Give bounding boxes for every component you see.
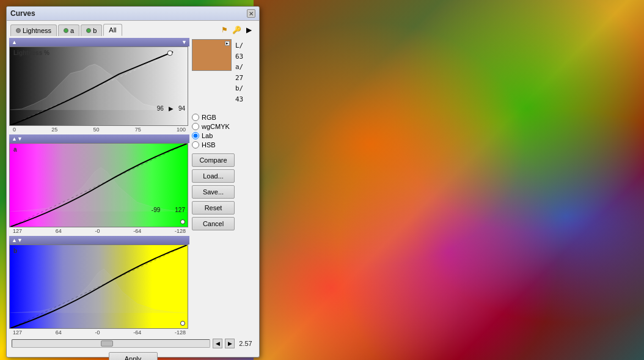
a-x4: -128 [175, 228, 186, 234]
svg-line-0 [10, 47, 186, 125]
scrollbar-area: ◀ ▶ 2.57 [9, 337, 257, 350]
color-preview-box: ▸ [192, 39, 232, 71]
a-curve-wrapper: ▲▼ a -99 [9, 134, 189, 235]
lightness-curve-wrapper: ▲ ▼ Lightness % [9, 38, 189, 133]
a-x1: 64 [56, 228, 62, 234]
dialog-body: ▲ ▼ Lightness % [7, 37, 259, 360]
l-value: 63 [235, 53, 243, 61]
b-x2: -0 [95, 329, 100, 336]
color-mode-radio-group: RGB wgCMYK Lab HSB [192, 111, 257, 151]
svg-line-3 [10, 245, 187, 328]
scroll-left-button[interactable]: ◀ [213, 339, 222, 348]
a-x3: -64 [133, 228, 141, 234]
bottom-buttons: Apply [9, 350, 257, 360]
lightness-header: ▲ ▼ [9, 38, 189, 46]
b-dot-icon [86, 28, 91, 33]
b-x4: -128 [175, 329, 186, 336]
curves-section: ▲ ▼ Lightness % [9, 38, 189, 337]
tab-all-label: All [109, 26, 116, 34]
toolbar: ⚑ 🔑 ▶ [218, 23, 255, 37]
main-row: ▲ ▼ Lightness % [9, 38, 257, 337]
tab-lightness[interactable]: Lightness [10, 24, 57, 36]
x25: 25 [51, 127, 57, 133]
x100: 100 [177, 127, 186, 133]
tab-lightness-label: Lightness [23, 27, 51, 34]
wgcmyk-radio-item[interactable]: wgCMYK [192, 123, 257, 130]
lightness-dot-icon [16, 28, 21, 33]
apply-button[interactable]: Apply [109, 352, 158, 360]
carousel-image [254, 0, 644, 360]
action-buttons: Compare Load... Save... Reset Cancel [192, 153, 257, 230]
a-max-val: 127 [175, 207, 185, 213]
x0: 0 [13, 127, 16, 133]
lch-values: L/ 63 a/ 27 b/ 43 [234, 39, 257, 106]
lab-radio[interactable] [192, 132, 199, 139]
rgb-radio[interactable] [192, 114, 199, 121]
lightness-curve-box[interactable]: Lightness % [9, 46, 188, 126]
b-header: ▲▼ [9, 236, 189, 244]
flag-icon[interactable]: ⚑ [219, 24, 230, 35]
b-x1: 64 [56, 329, 62, 336]
zoom-value: 2.57 [237, 340, 254, 347]
tab-a-label: a [70, 27, 74, 34]
tab-all[interactable]: All [103, 24, 122, 36]
a-min-val: -99 [152, 207, 160, 213]
a-x2: -0 [95, 228, 100, 234]
x75: 75 [135, 127, 141, 133]
reset-button[interactable]: Reset [192, 201, 235, 215]
rgb-label: RGB [202, 114, 216, 121]
close-button[interactable]: ✕ [247, 9, 255, 18]
b-header-arrow: ▲▼ [12, 237, 23, 243]
a-value: 27 [235, 74, 243, 82]
curves-dialog: Curves ✕ Lightness a b All ⚑ 🔑 ▶ [6, 6, 260, 358]
lightness-io-values: 96 ▶ 94 [157, 105, 185, 112]
tab-b[interactable]: b [81, 24, 102, 36]
lightness-x-axis: 0 25 50 75 100 [9, 126, 189, 133]
hsb-radio[interactable] [192, 141, 199, 149]
tabs-row: Lightness a b All ⚑ 🔑 ▶ [7, 21, 259, 37]
svg-line-2 [10, 144, 187, 227]
svg-point-1 [167, 51, 172, 56]
a-header-arrow: ▲▼ [12, 136, 23, 142]
a-header: ▲▼ [9, 134, 189, 143]
scroll-right-button[interactable]: ▶ [225, 339, 235, 348]
arrow-icon[interactable]: ▶ [243, 24, 254, 35]
a-handle[interactable] [180, 219, 185, 224]
save-button[interactable]: Save... [192, 185, 235, 199]
a-x-axis: 127 64 -0 -64 -128 [9, 227, 189, 235]
scrollbar-thumb[interactable] [101, 340, 113, 347]
wgcmyk-radio[interactable] [192, 123, 199, 130]
b-curve-box[interactable]: b [9, 244, 188, 329]
x50: 50 [93, 127, 99, 133]
a-dot-icon [64, 28, 68, 33]
a-curve-box[interactable]: a -99 127 [9, 143, 188, 227]
a-io-values: -99 127 [152, 207, 185, 213]
lightness-arrow: ▶ [169, 105, 174, 112]
top-info: ▸ L/ 63 a/ 27 b/ 43 [192, 39, 257, 106]
expand-icon[interactable]: ▸ [225, 41, 230, 46]
b-curve-svg [10, 245, 188, 328]
rgb-radio-item[interactable]: RGB [192, 114, 257, 121]
lab-label: Lab [202, 132, 213, 139]
tab-a[interactable]: a [58, 24, 79, 36]
tab-b-label: b [93, 27, 97, 34]
dialog-titlebar: Curves ✕ [7, 7, 259, 21]
a-value-row: a/ 27 [235, 62, 255, 83]
side-section: ▸ L/ 63 a/ 27 b/ 43 RGB [192, 38, 257, 337]
load-button[interactable]: Load... [192, 169, 235, 183]
b-handle[interactable] [180, 321, 185, 326]
b-x3: -64 [133, 329, 141, 336]
hsb-radio-item[interactable]: HSB [192, 141, 257, 149]
lightness-header-arrow-right: ▼ [181, 39, 187, 45]
lab-radio-item[interactable]: Lab [192, 132, 257, 139]
lightness-input-val: 96 [157, 105, 164, 112]
compare-button[interactable]: Compare [192, 153, 235, 167]
a-curve-svg [10, 144, 188, 227]
hsb-label: HSB [202, 141, 216, 149]
b-value: 43 [235, 95, 243, 103]
cancel-button[interactable]: Cancel [192, 217, 235, 230]
key-icon[interactable]: 🔑 [231, 24, 242, 35]
b-x-axis: 127 64 -0 -64 -128 [9, 329, 189, 336]
scrollbar-track[interactable] [12, 339, 210, 348]
a-x0: 127 [13, 228, 22, 234]
